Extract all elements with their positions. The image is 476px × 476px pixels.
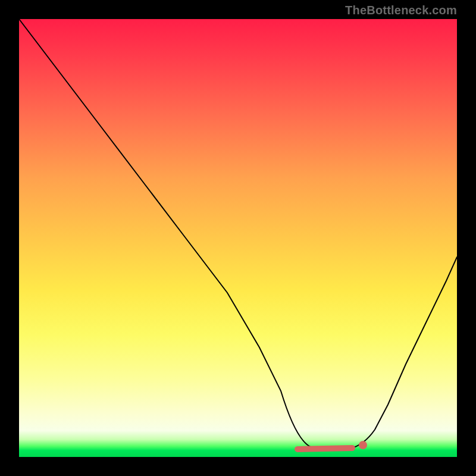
bottleneck-curve	[19, 19, 457, 450]
chart-plot-area	[19, 19, 457, 457]
chart-frame: TheBottleneck.com	[0, 0, 476, 476]
optimal-end-dot-icon	[359, 441, 367, 449]
attribution-label: TheBottleneck.com	[345, 4, 457, 17]
chart-svg	[19, 19, 457, 457]
optimal-range-segment	[298, 448, 352, 449]
